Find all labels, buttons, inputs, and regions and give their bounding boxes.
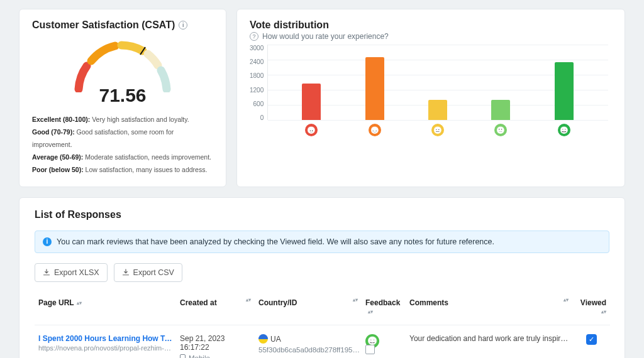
- page-url: https://novena.pro/novosti/propal-rezhim…: [38, 344, 172, 352]
- csat-card: Customer Satisfaction (CSAT) i 71.56 Exc…: [19, 9, 226, 187]
- responses-title: List of Responses: [35, 209, 609, 220]
- flag-icon: [258, 334, 268, 344]
- col-created[interactable]: Created at▴▾: [176, 293, 255, 325]
- info-icon: i: [43, 237, 52, 246]
- export-csv-label: Export CSV: [133, 268, 174, 277]
- copy-icon[interactable]: [367, 346, 368, 354]
- mobile-icon: [180, 354, 186, 358]
- vote-chart: 30002400180012006000 😠😞😐🙂😄: [250, 45, 612, 151]
- help-icon[interactable]: i: [179, 21, 187, 30]
- angry-face-icon: 😠: [305, 124, 318, 136]
- vote-card: Vote distribution ? How would you rate y…: [236, 9, 625, 187]
- col-country[interactable]: Country/ID▴▾: [255, 293, 362, 325]
- country: UA: [258, 334, 358, 344]
- export-buttons: Export XLSX Export CSV: [35, 263, 609, 282]
- vote-title: Vote distribution: [250, 19, 612, 31]
- vote-sub-text: How would you rate your experience?: [262, 32, 389, 41]
- csat-title: Customer Satisfaction (CSAT) i: [32, 19, 213, 31]
- csat-value: 71.56: [99, 85, 146, 106]
- csat-legend-row: Excellent (80-100): Very high satisfacti…: [32, 114, 213, 126]
- bar-happy: [555, 62, 574, 120]
- vote-title-text: Vote distribution: [250, 19, 329, 31]
- export-csv-button[interactable]: Export CSV: [114, 263, 182, 282]
- csat-title-text: Customer Satisfaction (CSAT): [32, 19, 175, 31]
- chart-y-axis: 30002400180012006000: [250, 45, 267, 136]
- csat-gauge: 71.56: [32, 36, 213, 106]
- neutral-face-icon: 😐: [431, 124, 444, 136]
- chart-x-icons: 😠😞😐🙂😄: [267, 124, 608, 136]
- bar-slightly-happy: [491, 100, 510, 120]
- bar-neutral: [428, 100, 447, 120]
- csat-legend: Excellent (80-100): Very high satisfacti…: [32, 114, 213, 176]
- responses-card: List of Responses i You can mark reviews…: [19, 197, 625, 358]
- happy-face-icon: 😄: [558, 124, 570, 136]
- csat-legend-row: Poor (below 50): Low satisfaction, many …: [32, 164, 213, 176]
- csat-legend-row: Average (50-69): Moderate satisfaction, …: [32, 151, 213, 164]
- help-icon[interactable]: ?: [250, 32, 258, 41]
- comment-text: Your dedication and hard work are truly …: [409, 334, 569, 343]
- col-comments[interactable]: Comments▴▾: [406, 293, 572, 325]
- chart-bars: [267, 45, 608, 120]
- responses-table: Page URL▴▾ Created at▴▾ Country/ID▴▾ Fee…: [35, 293, 610, 358]
- download-icon: [43, 269, 50, 276]
- export-xlsx-button[interactable]: Export XLSX: [35, 263, 108, 282]
- banner-text: You can mark reviews that have been anal…: [57, 237, 494, 246]
- csat-legend-row: Good (70-79): Good satisfaction, some ro…: [32, 126, 213, 151]
- table-row: I Spent 2000 Hours Learning How To Learn…: [35, 325, 610, 358]
- response-id: 55f30db6ca5a0d8db278ff195…: [258, 346, 358, 354]
- col-viewed[interactable]: Viewed▴▾: [572, 293, 610, 325]
- page-link[interactable]: I Spent 2000 Hours Learning How To Learn…: [38, 334, 172, 343]
- download-icon: [122, 269, 130, 276]
- gauge-icon: [66, 36, 179, 92]
- slightly-happy-face-icon: 🙂: [494, 124, 507, 136]
- col-feedback[interactable]: Feedback▴▾: [362, 293, 406, 325]
- viewed-checkbox[interactable]: ✓: [586, 334, 597, 345]
- export-xlsx-label: Export XLSX: [54, 268, 99, 277]
- sad-face-icon: 😞: [369, 124, 381, 136]
- col-page[interactable]: Page URL▴▾: [35, 293, 176, 325]
- created-at: Sep 21, 2023 16:17:22: [180, 334, 251, 352]
- info-banner: i You can mark reviews that have been an…: [35, 231, 609, 253]
- vote-sub: ? How would you rate your experience?: [250, 32, 612, 41]
- device: Mobile: [180, 354, 251, 358]
- bar-sad: [365, 57, 384, 120]
- bar-angry: [302, 84, 321, 120]
